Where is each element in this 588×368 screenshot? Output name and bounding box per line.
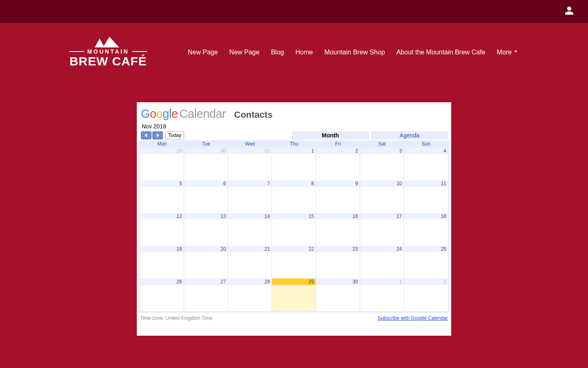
day-cell[interactable]: 1 (360, 278, 404, 311)
day-cell[interactable]: 15 (272, 213, 316, 246)
day-number: 12 (140, 213, 184, 220)
day-cell[interactable]: 8 (272, 180, 316, 213)
google-logo: GoogleCalendar (141, 107, 226, 121)
nav-item[interactable]: Blog (271, 49, 284, 56)
day-number: 3 (360, 148, 404, 154)
day-cell[interactable]: 23 (316, 246, 360, 278)
day-cell[interactable]: 13 (184, 213, 228, 246)
day-body (184, 220, 228, 246)
day-body (272, 187, 316, 213)
week-row: 567891011 (140, 180, 448, 213)
day-body (140, 285, 184, 311)
day-number: 18 (404, 213, 448, 220)
day-cell[interactable]: 2 (316, 148, 360, 180)
day-body (228, 154, 272, 180)
day-cell[interactable]: 26 (140, 278, 184, 311)
day-number: 22 (272, 246, 316, 252)
week-row: 2930311234 (140, 148, 448, 180)
calendar-footer: Time zone: United Kingdom Time Subscribe… (137, 313, 451, 321)
day-number: 8 (272, 180, 316, 187)
day-cell[interactable]: 16 (316, 213, 360, 246)
day-body (404, 187, 448, 213)
day-body (140, 187, 184, 213)
day-cell[interactable]: 28 (228, 278, 272, 311)
nav-item[interactable]: Home (295, 49, 313, 56)
next-month-button[interactable] (152, 131, 163, 139)
day-number: 5 (140, 180, 184, 187)
day-cell[interactable]: 2 (404, 278, 448, 311)
nav-item[interactable]: About the Mountain Brew Cafe (396, 49, 486, 56)
day-number: 17 (360, 213, 404, 220)
dow-row: MonTueWedThuFriSatSun (140, 140, 448, 148)
day-body (404, 285, 448, 311)
day-cell[interactable]: 31 (228, 148, 272, 180)
day-cell[interactable]: 24 (360, 246, 404, 278)
day-number: 24 (360, 246, 404, 252)
day-number: 1 (360, 278, 404, 285)
prev-month-button[interactable] (141, 131, 151, 139)
nav-item-more[interactable]: More (497, 49, 517, 56)
day-body (272, 285, 316, 311)
day-cell[interactable]: 30 (316, 278, 360, 311)
day-body (272, 252, 316, 278)
day-cell[interactable]: 10 (360, 180, 404, 213)
day-number: 16 (316, 213, 360, 220)
today-button[interactable]: Today (165, 131, 184, 139)
day-body (140, 220, 184, 246)
calendar-word: Calendar (180, 107, 226, 120)
day-number: 27 (184, 278, 228, 285)
day-cell[interactable]: 7 (228, 180, 272, 213)
day-cell[interactable]: 11 (404, 180, 448, 213)
day-cell[interactable]: 9 (316, 180, 360, 213)
day-body (228, 220, 272, 246)
day-cell[interactable]: 5 (140, 180, 184, 213)
logo-line1: MOUNTAIN (69, 49, 147, 54)
day-cell[interactable]: 4 (404, 148, 448, 180)
day-cell[interactable]: 29 (140, 148, 184, 180)
dow-label: Tue (184, 140, 228, 148)
gcal-header: GoogleCalendar Contacts (137, 102, 451, 121)
day-cell[interactable]: 6 (184, 180, 228, 213)
day-body (184, 187, 228, 213)
day-number: 14 (228, 213, 272, 220)
day-cell[interactable]: 25 (404, 246, 448, 278)
day-body (316, 187, 360, 213)
day-cell[interactable]: 1 (272, 148, 316, 180)
day-cell[interactable]: 27 (184, 278, 228, 311)
day-cell[interactable]: 19 (140, 246, 184, 278)
day-cell[interactable]: 3 (360, 148, 404, 180)
week-row: 19202122232425 (140, 246, 448, 278)
day-cell[interactable]: 14 (228, 213, 272, 246)
day-cell[interactable]: 12 (140, 213, 184, 246)
day-number: 28 (228, 278, 272, 285)
day-body (360, 220, 404, 246)
day-cell[interactable]: 29 (272, 278, 316, 311)
day-body (360, 187, 404, 213)
day-body (404, 252, 448, 278)
nav-item[interactable]: Mountain Brew Shop (324, 49, 385, 56)
view-tab-agenda[interactable]: Agenda (371, 131, 448, 139)
day-body (316, 252, 360, 278)
day-number: 21 (228, 246, 272, 252)
view-tabs: Month Agenda (292, 131, 448, 139)
day-number: 15 (272, 213, 316, 220)
day-cell[interactable]: 30 (184, 148, 228, 180)
subscribe-link[interactable]: Subscribe with Google Calendar (378, 315, 448, 321)
main-nav: MOUNTAIN BREW CAFÉ New Page New Page Blo… (0, 23, 588, 82)
day-cell[interactable]: 21 (228, 246, 272, 278)
day-number: 2 (404, 278, 448, 285)
day-cell[interactable]: 22 (272, 246, 316, 278)
site-logo[interactable]: MOUNTAIN BREW CAFÉ (69, 33, 147, 72)
day-cell[interactable]: 17 (360, 213, 404, 246)
day-cell[interactable]: 20 (184, 246, 228, 278)
day-body (360, 154, 404, 180)
day-cell[interactable]: 18 (404, 213, 448, 246)
day-body (184, 252, 228, 278)
nav-item[interactable]: New Page (229, 49, 260, 56)
view-tab-month[interactable]: Month (292, 131, 369, 139)
day-body (316, 220, 360, 246)
day-number: 31 (228, 148, 272, 154)
user-icon[interactable] (564, 6, 574, 17)
dow-label: Thu (272, 140, 316, 148)
nav-item[interactable]: New Page (188, 49, 218, 56)
